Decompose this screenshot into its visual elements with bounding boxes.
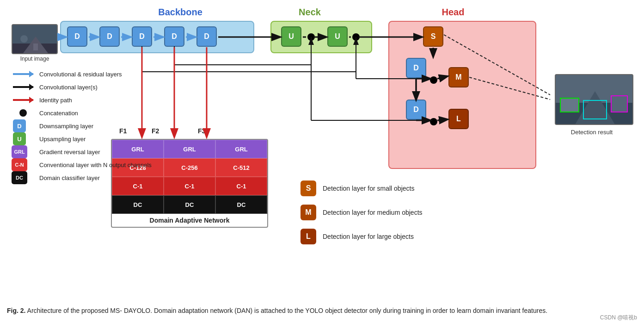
blue-arrow-shape — [13, 73, 33, 75]
black-arrow-icon — [12, 82, 35, 92]
right-legend-M: M Detection layer for medium objects — [301, 205, 458, 220]
backbone-label: Backbone — [139, 7, 222, 18]
dan-dc1: DC — [112, 195, 164, 214]
legend-D-node: D Downsampling layer — [12, 121, 155, 131]
backbone-box — [60, 21, 254, 53]
diagram-area: Backbone Neck Head Input image D D D D D — [5, 5, 638, 273]
legend-dot: Concatenation — [12, 108, 155, 118]
right-M-node: M — [301, 205, 316, 220]
dan-dc-row: DC DC DC — [112, 195, 267, 214]
dan-dc3: DC — [215, 195, 267, 214]
svg-rect-3 — [33, 44, 38, 50]
dan-label: Domain Adaptive Network — [112, 214, 267, 227]
right-L-text: Detection layer for large objects — [323, 233, 414, 240]
U-node-icon: U — [12, 134, 35, 143]
legend-U-node: U Upsampling layer — [12, 134, 155, 143]
dot-shape — [19, 109, 27, 117]
neck-U1: U — [281, 26, 301, 47]
blue-arrow-icon — [12, 69, 35, 79]
head-D1: D — [406, 58, 426, 78]
legend-U-text: Upsampling layer — [39, 136, 86, 143]
detection-result-label: Detection result — [559, 129, 624, 136]
D-node-icon: D — [12, 121, 35, 131]
svg-rect-10 — [611, 96, 627, 112]
dan-c1c: C-1 — [215, 177, 267, 195]
dan-grl2: GRL — [164, 140, 215, 158]
legend-black-text: Convolutional layer(s) — [39, 84, 98, 91]
dan-c256: C-256 — [164, 158, 215, 177]
backbone-D4: D — [164, 26, 184, 47]
right-legend-L: L Detection layer for large objects — [301, 229, 458, 244]
legend-black-arrow: Convolutional layer(s) — [12, 82, 155, 92]
dan-c1b: C-1 — [164, 177, 215, 195]
right-M-text: Detection layer for medium objects — [323, 209, 423, 216]
legend: Convolutional & residual layers Convolut… — [12, 69, 155, 186]
input-image-label: Input image — [12, 56, 58, 62]
legend-GRL-node: GRL Gradient reversal layer — [12, 147, 155, 156]
legend-dot-text: Concatenation — [39, 110, 78, 117]
neck-label: Neck — [282, 7, 337, 18]
dan-grl3: GRL — [215, 140, 267, 158]
head-S: S — [423, 26, 443, 47]
backbone-D2: D — [99, 26, 120, 47]
right-S-text: Detection layer for small objects — [323, 185, 414, 192]
svg-point-5 — [40, 33, 49, 43]
legend-red-arrow: Identity path — [12, 95, 155, 105]
legend-blue-arrow: Convolutional & residual layers — [12, 69, 155, 79]
DC-node-icon: DC — [12, 173, 35, 182]
neck-dot1 — [307, 33, 315, 41]
head-dot2 — [430, 118, 437, 125]
head-dot1 — [430, 76, 437, 84]
svg-rect-9 — [560, 98, 579, 112]
red-arrow-icon — [12, 95, 35, 105]
right-L-node: L — [301, 229, 316, 244]
head-D2: D — [406, 100, 426, 120]
legend-DC-node: DC Domain classifier layer — [12, 173, 155, 182]
backbone-D5: D — [196, 26, 217, 47]
legend-DC-text: Domain classifier layer — [39, 174, 100, 181]
input-image — [12, 24, 58, 54]
svg-point-4 — [20, 35, 28, 43]
watermark: CSDN @嘻视b — [600, 314, 637, 322]
dan-c512: C-512 — [215, 158, 267, 177]
dot-icon — [12, 108, 35, 118]
legend-CN-text: Conventional layer with N output channel… — [39, 162, 152, 168]
legend-red-text: Identity path — [39, 97, 72, 104]
U-node-shape: U — [13, 132, 26, 145]
right-legend: S Detection layer for small objects M De… — [301, 181, 458, 253]
head-M: M — [448, 67, 469, 87]
right-legend-S: S Detection layer for small objects — [301, 181, 458, 196]
D-node-shape: D — [13, 119, 26, 132]
DC-node-shape: DC — [12, 171, 27, 184]
legend-D-text: Downsampling layer — [39, 123, 93, 130]
detection-result-image — [555, 74, 633, 125]
backbone-D3: D — [132, 26, 152, 47]
caption-text: Architecture of the proposed MS- DAYOLO.… — [25, 307, 547, 314]
head-label: Head — [425, 7, 481, 18]
neck-U2: U — [327, 26, 348, 47]
CN-node-shape: C-N — [12, 158, 27, 171]
backbone-D1: D — [67, 26, 87, 47]
neck-dot2 — [352, 33, 360, 41]
legend-CN-node: C-N Conventional layer with N output cha… — [12, 160, 155, 169]
CN-node-icon: C-N — [12, 160, 35, 169]
head-L: L — [448, 109, 469, 129]
red-arrow-shape — [13, 99, 33, 101]
main-container: Backbone Neck Head Input image D D D D D — [0, 0, 644, 324]
caption-bold: Fig. 2. — [7, 307, 25, 314]
legend-GRL-text: Gradient reversal layer — [39, 149, 100, 156]
GRL-node-shape: GRL — [12, 145, 27, 158]
head-box — [388, 21, 536, 169]
black-arrow-shape — [13, 86, 33, 88]
GRL-node-icon: GRL — [12, 147, 35, 156]
dan-dc2: DC — [164, 195, 215, 214]
caption: Fig. 2. Architecture of the proposed MS-… — [7, 305, 636, 316]
f3-label: F3 — [198, 127, 205, 135]
right-S-node: S — [301, 181, 316, 196]
legend-blue-text: Convolutional & residual layers — [39, 71, 122, 78]
